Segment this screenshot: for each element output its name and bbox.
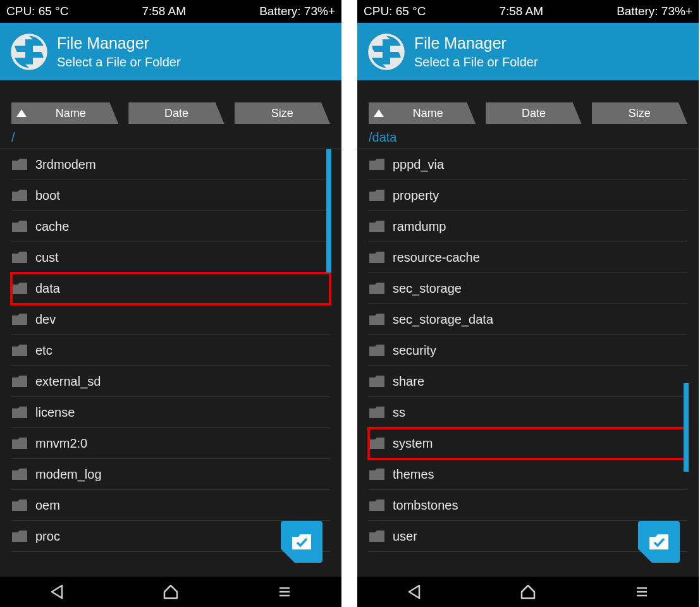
- folder-icon: [11, 406, 28, 419]
- list-item[interactable]: cust: [11, 242, 330, 273]
- folder-icon: [369, 406, 385, 419]
- folder-icon: [369, 530, 385, 543]
- sort-size-button[interactable]: Size: [235, 102, 330, 124]
- folder-icon: [11, 313, 28, 326]
- list-item-label: etc: [35, 343, 52, 358]
- folder-icon: [369, 282, 385, 295]
- list-item[interactable]: data: [11, 273, 330, 304]
- list-item[interactable]: mnvm2:0: [11, 428, 330, 459]
- list-item[interactable]: external_sd: [11, 366, 330, 397]
- list-item-label: 3rdmodem: [35, 157, 96, 172]
- home-icon[interactable]: [519, 583, 537, 601]
- status-time: 7:58 AM: [142, 4, 186, 18]
- back-icon[interactable]: [48, 583, 66, 601]
- list-item[interactable]: resource-cache: [369, 242, 687, 273]
- folder-icon: [369, 375, 385, 388]
- file-list[interactable]: pppd_viapropertyramdumpresource-cachesec…: [357, 149, 699, 577]
- list-item[interactable]: 3rdmodem: [11, 149, 330, 180]
- svg-rect-1: [25, 39, 33, 64]
- list-item[interactable]: dev: [11, 304, 330, 335]
- list-item-label: boot: [35, 188, 60, 203]
- header-title: File Manager: [414, 34, 538, 52]
- list-item[interactable]: sec_storage_data: [369, 304, 687, 335]
- folder-icon: [11, 468, 28, 481]
- list-item-label: sec_storage: [393, 281, 462, 296]
- sort-date-button[interactable]: Date: [486, 102, 581, 124]
- folder-check-icon: [291, 533, 312, 551]
- phone-left: CPU: 65 °C 7:58 AM Battery: 73%+ File Ma…: [0, 0, 341, 607]
- list-item[interactable]: sec_storage: [369, 273, 687, 304]
- list-item-label: share: [393, 374, 424, 389]
- list-item-label: system: [393, 436, 433, 451]
- folder-icon: [369, 220, 385, 233]
- list-item-label: oem: [35, 498, 60, 513]
- scrollbar[interactable]: [684, 383, 689, 472]
- list-item-label: cache: [35, 219, 69, 234]
- file-list[interactable]: 3rdmodembootcachecustdatadevetcexternal_…: [0, 149, 341, 577]
- list-item[interactable]: license: [11, 397, 330, 428]
- menu-icon[interactable]: [276, 583, 293, 601]
- list-item[interactable]: pppd_via: [369, 149, 687, 180]
- folder-icon: [369, 158, 385, 171]
- app-header: File Manager Select a File or Folder: [357, 23, 699, 80]
- list-item-label: property: [393, 188, 439, 203]
- home-icon[interactable]: [162, 583, 180, 601]
- sort-name-label: Name: [56, 107, 86, 120]
- list-item[interactable]: etc: [11, 335, 330, 366]
- app-header: File Manager Select a File or Folder: [0, 23, 341, 80]
- folder-icon: [11, 375, 28, 388]
- status-battery: Battery: 73%+: [617, 4, 692, 18]
- status-cpu: CPU: 65 °C: [364, 4, 426, 18]
- header-subtitle: Select a File or Folder: [414, 55, 538, 70]
- folder-icon: [11, 437, 28, 450]
- list-item[interactable]: property: [369, 180, 687, 211]
- menu-icon[interactable]: [633, 583, 651, 601]
- sort-date-label: Date: [164, 107, 188, 120]
- list-item-label: pppd_via: [393, 157, 444, 172]
- folder-icon: [11, 499, 28, 512]
- list-item[interactable]: security: [369, 335, 687, 366]
- sort-bar: Name Date Size: [357, 102, 699, 124]
- status-bar: CPU: 65 °C 7:58 AM Battery: 73%+: [0, 0, 341, 23]
- list-item-label: ss: [393, 405, 405, 420]
- list-item[interactable]: boot: [11, 180, 330, 211]
- header-title: File Manager: [57, 34, 181, 52]
- sort-date-button[interactable]: Date: [128, 102, 224, 124]
- list-item[interactable]: modem_log: [11, 459, 330, 490]
- folder-icon: [369, 344, 385, 357]
- folder-icon: [11, 220, 28, 233]
- list-item-label: modem_log: [35, 467, 102, 482]
- status-cpu: CPU: 65 °C: [6, 4, 68, 18]
- list-item[interactable]: oem: [11, 490, 330, 521]
- list-item[interactable]: share: [369, 366, 687, 397]
- back-icon[interactable]: [405, 583, 423, 601]
- list-item-label: data: [35, 281, 60, 296]
- status-time: 7:58 AM: [499, 4, 543, 18]
- list-item[interactable]: system: [369, 428, 687, 459]
- folder-icon: [11, 189, 28, 202]
- list-item[interactable]: cache: [11, 211, 330, 242]
- sort-name-button[interactable]: Name: [11, 102, 118, 124]
- svg-rect-6: [383, 39, 390, 64]
- sort-name-button[interactable]: Name: [369, 102, 476, 124]
- phone-right: CPU: 65 °C 7:58 AM Battery: 73%+ File Ma…: [357, 0, 699, 607]
- list-item-label: user: [393, 529, 417, 544]
- list-item[interactable]: ss: [369, 397, 687, 428]
- list-item-label: ramdump: [393, 219, 446, 234]
- list-item[interactable]: tombstones: [369, 490, 687, 521]
- sort-arrow-up-icon: [16, 109, 27, 117]
- scrollbar[interactable]: [326, 149, 331, 273]
- folder-icon: [369, 313, 385, 326]
- list-item-label: license: [35, 405, 75, 420]
- status-bar: CPU: 65 °C 7:58 AM Battery: 73%+: [357, 0, 699, 23]
- folder-icon: [369, 251, 385, 264]
- list-item-label: sec_storage_data: [393, 312, 493, 327]
- sort-size-button[interactable]: Size: [592, 102, 687, 124]
- list-item-label: resource-cache: [393, 250, 480, 265]
- nav-bar: [0, 577, 341, 607]
- folder-check-icon: [648, 533, 670, 551]
- list-item[interactable]: ramdump: [369, 211, 687, 242]
- list-item[interactable]: themes: [369, 459, 687, 490]
- folder-icon: [11, 282, 28, 295]
- sort-arrow-up-icon: [374, 109, 384, 117]
